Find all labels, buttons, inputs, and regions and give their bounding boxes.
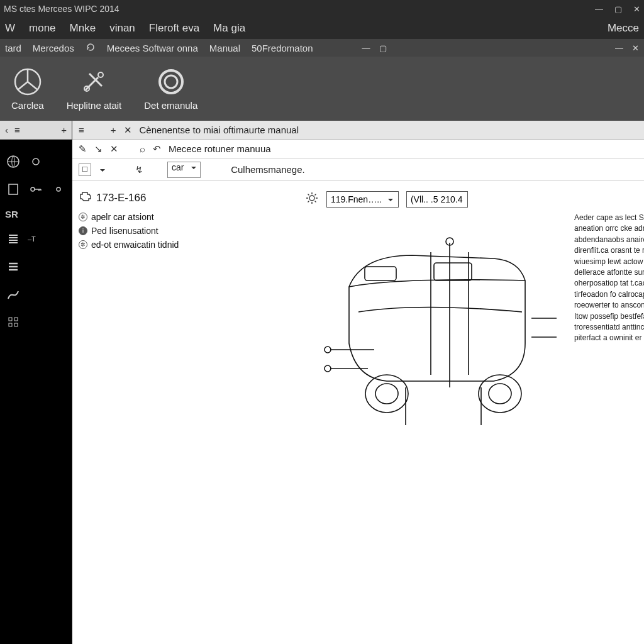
list2-icon — [5, 258, 21, 275]
checkbox-icon[interactable]: ☐ — [79, 164, 91, 176]
svg-point-3 — [160, 70, 182, 93]
doc-maximize-icon[interactable]: ▢ — [379, 43, 387, 53]
content: ≡ + ✕ Cènenentse to miai oftimaurte manu… — [72, 121, 644, 644]
window-controls: — ▢ ✕ — [595, 4, 640, 14]
figure-select-2[interactable]: (Vll.. .5 210.4 — [406, 191, 469, 208]
chevron-down-icon[interactable] — [100, 164, 105, 175]
menubar: W mone Mnke vinan Fleroft eva Ma gia Mec… — [0, 18, 644, 39]
sidebar-item[interactable] — [5, 153, 67, 170]
tab-software[interactable]: Mecees Softwar onna — [107, 43, 198, 53]
figure-select-1[interactable]: 119.Fnen….. — [326, 191, 399, 208]
minimize-icon[interactable]: — — [595, 4, 603, 14]
tree-title-text: 173-E-166 — [96, 192, 146, 204]
sidebar-item[interactable] — [5, 314, 67, 330]
tab-hamburger-icon[interactable]: ≡ — [79, 125, 84, 135]
tab-close-icon[interactable]: ✕ — [124, 125, 132, 136]
svg-point-14 — [309, 196, 314, 201]
svg-point-18 — [489, 384, 511, 404]
filter-car-dropdown[interactable]: car — [167, 162, 201, 178]
refresh-icon[interactable] — [86, 42, 96, 54]
figure-panel: 119.Fnen….. (Vll.. .5 210.4 — [305, 190, 644, 638]
sidebar-item[interactable] — [5, 181, 67, 197]
sidebar-item[interactable] — [5, 286, 67, 303]
sidebar-top: ‹ ≡ + — [0, 121, 72, 140]
svg-rect-12 — [9, 323, 12, 326]
pencil-icon[interactable]: ✎ — [79, 143, 87, 155]
svg-rect-13 — [14, 323, 18, 326]
svg-rect-10 — [9, 318, 12, 321]
bullet-icon: ✲ — [79, 213, 87, 221]
tree-node-label: apelr car atsiont — [91, 212, 154, 222]
svg-rect-11 — [14, 318, 18, 321]
ribbon: Carclea Heplitne atait Det emanula — [0, 57, 644, 121]
sidebar-item-sr[interactable]: SR — [5, 209, 67, 219]
menu-item-w[interactable]: W — [5, 22, 15, 35]
tabbar: ≡ + ✕ Cènenentse to miai oftimaurte manu… — [72, 121, 644, 140]
undo-icon[interactable]: ↶ — [153, 143, 161, 155]
ribbon-label: Carclea — [11, 100, 44, 111]
window-title: MS ctes Mercees WIPC 2014 — [4, 4, 119, 14]
document-area: 173-E-166 ✲ apelr car atsiont i Ped lise… — [72, 181, 644, 644]
gear-icon — [305, 191, 319, 208]
menu-item-magia[interactable]: Ma gia — [213, 22, 245, 35]
tree-node[interactable]: ✲ ed-ot enwaicatin tidnid — [79, 240, 299, 250]
tree-node[interactable]: i Ped lisenusationt — [79, 226, 299, 236]
svg-point-9 — [57, 187, 60, 191]
ribbon-item-detemanula[interactable]: Det emanula — [144, 67, 197, 111]
tree-node-label: Ped lisenusationt — [91, 226, 158, 236]
doc2-minimize-icon[interactable]: — — [615, 43, 623, 53]
doc-minimize-icon[interactable]: — — [362, 43, 370, 53]
doc2-close-icon[interactable]: ✕ — [632, 43, 639, 53]
arrow-icon[interactable]: ↘ — [94, 143, 103, 155]
tab-plus-icon[interactable]: + — [111, 125, 116, 135]
wand-icon[interactable]: ↯ — [135, 164, 143, 175]
nav-tree: 173-E-166 ✲ apelr car atsiont i Ped lise… — [79, 190, 299, 638]
dot2-icon — [50, 181, 67, 197]
sidebar-add-icon[interactable]: + — [61, 125, 67, 135]
menu-item-vinan[interactable]: vinan — [109, 22, 135, 35]
menu-item-mone[interactable]: mone — [29, 22, 56, 35]
filter-right-label: Culhemsmanege. — [231, 164, 305, 175]
toolbar-title: Mecece rotuner manuua — [169, 143, 271, 154]
dot-icon — [28, 153, 44, 170]
tools-icon — [79, 67, 108, 96]
toolbar: ✎ ↘ ✕ ⌕ ↶ Mecece rotuner manuua — [72, 140, 644, 158]
sidebar-item[interactable] — [5, 258, 67, 275]
svg-point-6 — [33, 158, 39, 165]
sidebar-menu-icon[interactable]: ≡ — [14, 125, 20, 135]
tab-manual[interactable]: Manual — [209, 43, 240, 53]
doc-icon — [5, 181, 21, 197]
tab-fredomaton[interactable]: 50Fredomaton — [252, 43, 313, 53]
toolbar-close-icon[interactable]: ✕ — [110, 143, 118, 155]
bullet-icon: i — [79, 226, 87, 235]
tree-node[interactable]: ✲ apelr car atsiont — [79, 212, 299, 222]
figure-select-2-label: (Vll.. .5 210.4 — [411, 194, 463, 204]
tab-tard[interactable]: tard — [5, 43, 21, 53]
tab-mercedos[interactable]: Mercedos — [33, 43, 74, 53]
sidebar: ‹ ≡ + SR –T — [0, 121, 72, 644]
search-icon[interactable]: ⌕ — [140, 143, 145, 154]
svg-rect-7 — [9, 184, 18, 194]
grid-icon — [5, 314, 21, 330]
svg-point-16 — [375, 384, 398, 404]
menu-item-mnke[interactable]: Mnke — [70, 22, 96, 35]
maximize-icon[interactable]: ▢ — [614, 4, 622, 14]
menu-item-fleroft[interactable]: Fleroft eva — [149, 22, 199, 35]
sidebar-back-icon[interactable]: ‹ — [5, 125, 8, 135]
ribbon-item-carclea[interactable]: Carclea — [11, 67, 44, 111]
figure-select-1-label: 119.Fnen….. — [331, 194, 382, 204]
tree-title[interactable]: 173-E-166 — [79, 190, 299, 206]
ribbon-label: Heplitne atait — [67, 100, 122, 111]
svg-rect-23 — [365, 267, 396, 280]
engine-icon — [79, 190, 92, 206]
figure-header: 119.Fnen….. (Vll.. .5 210.4 — [305, 190, 644, 209]
close-icon[interactable]: ✕ — [633, 4, 640, 14]
bullet-icon: ✲ — [79, 240, 87, 249]
ribbon-label: Det emanula — [144, 100, 197, 111]
svg-point-20 — [325, 347, 331, 353]
tree-node-label: ed-ot enwaicatin tidnid — [91, 240, 179, 250]
ribbon-item-heplitne[interactable]: Heplitne atait — [67, 67, 122, 111]
list-icon — [5, 231, 21, 247]
sidebar-sr-label: SR — [5, 209, 18, 219]
sidebar-item[interactable]: –T — [5, 231, 67, 247]
